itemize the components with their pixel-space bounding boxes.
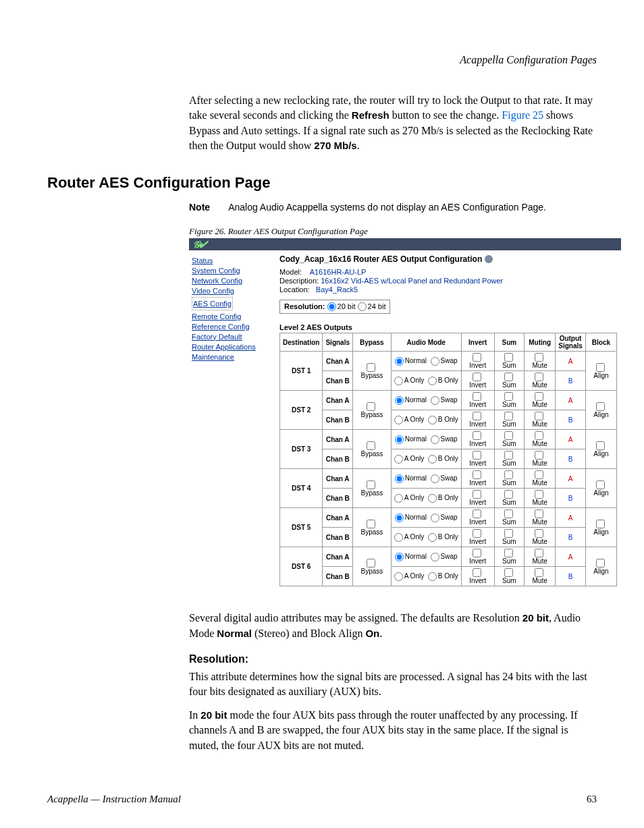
sidebar-item-remote[interactable]: Remote Config: [192, 312, 273, 321]
align-cell[interactable]: Align: [585, 469, 616, 508]
mode-row1[interactable]: Normal Swap: [391, 508, 461, 528]
bypass-cell[interactable]: Bypass: [353, 547, 392, 586]
page-header: Acappella Configuration Pages: [47, 54, 597, 66]
align-cell[interactable]: Align: [585, 391, 616, 430]
mute-b[interactable]: Mute: [525, 567, 556, 586]
chan-a: Chan A: [323, 391, 353, 410]
invert-a[interactable]: Invert: [461, 547, 494, 567]
invert-a[interactable]: Invert: [461, 508, 494, 528]
mute-a[interactable]: Mute: [525, 469, 556, 489]
out-b: B: [556, 528, 586, 547]
mute-a[interactable]: Mute: [525, 391, 556, 410]
out-b: B: [556, 489, 586, 508]
invert-a[interactable]: Invert: [461, 430, 494, 449]
dest-cell: DST 5: [280, 508, 323, 547]
invert-b[interactable]: Invert: [461, 528, 494, 547]
chan-b: Chan B: [323, 528, 353, 547]
invert-b[interactable]: Invert: [461, 371, 494, 391]
sum-b[interactable]: Sum: [494, 410, 524, 430]
mute-b[interactable]: Mute: [525, 528, 556, 547]
invert-a[interactable]: Invert: [461, 391, 494, 410]
mode-row2[interactable]: A Only B Only: [391, 410, 461, 430]
align-cell[interactable]: Align: [585, 430, 616, 469]
bypass-cell[interactable]: Bypass: [353, 391, 392, 430]
out-b: B: [556, 449, 586, 469]
chan-b: Chan B: [323, 449, 353, 469]
sum-a[interactable]: Sum: [494, 352, 524, 371]
bold: 20 bit: [200, 709, 227, 721]
col-block: Block: [585, 333, 616, 352]
sidebar-item-router-apps[interactable]: Router Applications: [192, 343, 273, 351]
bold: 20 bit: [522, 612, 549, 624]
mute-a[interactable]: Mute: [525, 547, 556, 567]
sum-b[interactable]: Sum: [494, 489, 524, 508]
sidebar-item-status[interactable]: Status: [192, 256, 273, 265]
invert-b[interactable]: Invert: [461, 449, 494, 469]
sidebar-nav: Status System Config Network Config Vide…: [189, 250, 275, 591]
mute-a[interactable]: Mute: [525, 352, 556, 371]
mode-row1[interactable]: Normal Swap: [391, 547, 461, 567]
mute-b[interactable]: Mute: [525, 371, 556, 391]
sidebar-item-reference[interactable]: Reference Config: [192, 323, 273, 331]
out-a: A: [556, 391, 586, 410]
out-b: B: [556, 567, 586, 586]
sidebar-item-aes[interactable]: AES Config: [193, 300, 232, 308]
sum-a[interactable]: Sum: [494, 547, 524, 567]
text: (Stereo) and Block Align: [252, 628, 365, 639]
text: mode the four AUX bits pass through the …: [189, 709, 578, 751]
sum-a[interactable]: Sum: [494, 430, 524, 449]
mode-row2[interactable]: A Only B Only: [391, 528, 461, 547]
mode-row1[interactable]: Normal Swap: [391, 430, 461, 449]
invert-b[interactable]: Invert: [461, 489, 494, 508]
res-20-radio[interactable]: 20 bit: [327, 302, 356, 310]
mode-row2[interactable]: A Only B Only: [391, 371, 461, 391]
dest-cell: DST 4: [280, 469, 323, 508]
mode-row1[interactable]: Normal Swap: [391, 352, 461, 371]
figure-link[interactable]: Figure 25: [502, 109, 543, 121]
sidebar-item-video[interactable]: Video Config: [192, 287, 273, 295]
res-24-radio[interactable]: 24 bit: [358, 302, 386, 310]
mute-b[interactable]: Mute: [525, 489, 556, 508]
bypass-cell[interactable]: Bypass: [353, 430, 392, 469]
refresh-icon[interactable]: [485, 255, 493, 263]
out-a: A: [556, 430, 586, 449]
chan-a: Chan A: [323, 469, 353, 489]
align-cell[interactable]: Align: [585, 547, 616, 586]
align-cell[interactable]: Align: [585, 352, 616, 391]
chan-a: Chan A: [323, 430, 353, 449]
mode-row2[interactable]: A Only B Only: [391, 449, 461, 469]
invert-b[interactable]: Invert: [461, 567, 494, 586]
dest-cell: DST 3: [280, 430, 323, 469]
loc-label: Location:: [279, 285, 310, 294]
section-heading: Router AES Configuration Page: [47, 174, 597, 192]
invert-b[interactable]: Invert: [461, 410, 494, 430]
sum-b[interactable]: Sum: [494, 371, 524, 391]
dest-cell: DST 6: [280, 547, 323, 586]
align-cell[interactable]: Align: [585, 508, 616, 547]
sidebar-item-system[interactable]: System Config: [192, 267, 273, 275]
invert-a[interactable]: Invert: [461, 469, 494, 489]
sum-b[interactable]: Sum: [494, 449, 524, 469]
bypass-cell[interactable]: Bypass: [353, 508, 392, 547]
mode-row1[interactable]: Normal Swap: [391, 391, 461, 410]
page-footer: Acappella — Instruction Manual 63: [47, 794, 597, 805]
sum-b[interactable]: Sum: [494, 567, 524, 586]
sidebar-item-network[interactable]: Network Config: [192, 277, 273, 285]
mode-row2[interactable]: A Only B Only: [391, 567, 461, 586]
invert-a[interactable]: Invert: [461, 352, 494, 371]
bypass-cell[interactable]: Bypass: [353, 469, 392, 508]
mute-a[interactable]: Mute: [525, 430, 556, 449]
sidebar-item-factory[interactable]: Factory Default: [192, 333, 273, 341]
sidebar-item-maintenance[interactable]: Maintenance: [192, 353, 273, 361]
mute-b[interactable]: Mute: [525, 410, 556, 430]
sum-a[interactable]: Sum: [494, 469, 524, 489]
mode-row1[interactable]: Normal Swap: [391, 469, 461, 489]
mute-b[interactable]: Mute: [525, 449, 556, 469]
mode-row2[interactable]: A Only B Only: [391, 489, 461, 508]
chan-b: Chan B: [323, 371, 353, 391]
bypass-cell[interactable]: Bypass: [353, 352, 392, 391]
sum-b[interactable]: Sum: [494, 528, 524, 547]
sum-a[interactable]: Sum: [494, 508, 524, 528]
mute-a[interactable]: Mute: [525, 508, 556, 528]
sum-a[interactable]: Sum: [494, 391, 524, 410]
